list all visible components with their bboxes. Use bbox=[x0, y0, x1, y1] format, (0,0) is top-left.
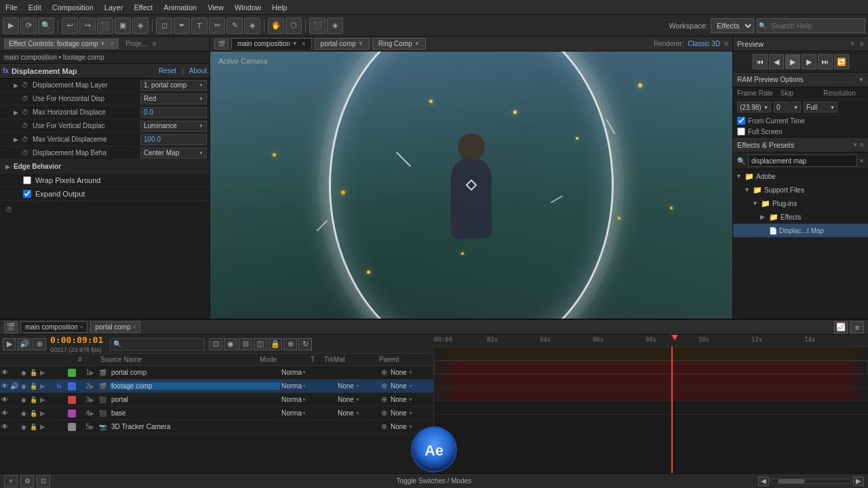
tool-search[interactable]: 🔍 bbox=[38, 18, 54, 34]
layer-5-expand[interactable]: ▶ bbox=[90, 424, 99, 430]
comp-tab-main[interactable]: main composition ▼ × bbox=[231, 38, 312, 49]
tool-3d[interactable]: ⬛ bbox=[309, 18, 326, 34]
tl-icon-onion[interactable]: ⊕ bbox=[283, 338, 297, 350]
stopwatch-1[interactable]: ⏱ bbox=[22, 81, 30, 89]
tree-item-displac-map[interactable]: 📄 Displac...t Map bbox=[733, 224, 868, 237]
tl-btn-menu[interactable]: ≡ bbox=[850, 321, 864, 333]
layer-4-solo[interactable]: ◉ bbox=[19, 410, 28, 417]
prop-value-3[interactable]: 0.0 bbox=[140, 107, 207, 118]
prop-expand-3[interactable]: ▶ bbox=[14, 109, 19, 116]
layer-4-name[interactable]: base bbox=[110, 409, 280, 417]
layer-5-collapse[interactable]: ▶ bbox=[38, 423, 47, 430]
skip-dropdown[interactable]: 0 ▼ bbox=[774, 102, 801, 113]
tl-icon-lock[interactable]: 🔒 bbox=[269, 338, 282, 350]
tl-icon-draft[interactable]: ⊟ bbox=[239, 338, 252, 350]
layer-1-lock[interactable]: 🔓 bbox=[28, 369, 38, 376]
effect-about-button[interactable]: About bbox=[189, 67, 207, 75]
renderer-menu[interactable]: ≡ bbox=[724, 40, 728, 47]
stopwatch-2[interactable]: ⏱ bbox=[22, 95, 30, 102]
layer-5-name[interactable]: 3D Tracker Camera bbox=[110, 423, 280, 430]
tl-scroll-left[interactable]: ◀ bbox=[758, 476, 769, 486]
preview-play-pause[interactable]: ▶ bbox=[785, 54, 800, 69]
tl-bottom-btn-new[interactable]: + bbox=[4, 475, 18, 487]
stopwatch-4[interactable]: ⏱ bbox=[22, 122, 30, 129]
expand-output-checkbox[interactable] bbox=[23, 190, 31, 198]
comp-tab-ring[interactable]: Ring Comp ▼ bbox=[372, 38, 426, 49]
layer-1-collapse[interactable]: ▶ bbox=[38, 369, 47, 376]
layer-2-audio[interactable]: 🔊 bbox=[9, 382, 19, 390]
tl-bottom-btn-toggle[interactable]: ⊡ bbox=[37, 475, 50, 487]
tool-clone[interactable]: ✎ bbox=[226, 18, 243, 34]
frame-rate-dropdown[interactable]: (23.98) ▼ bbox=[737, 102, 771, 113]
prop-value-2[interactable]: Red bbox=[140, 94, 207, 104]
preview-go-end[interactable]: ⏭ bbox=[818, 54, 833, 69]
stopwatch-6[interactable]: ⏱ bbox=[22, 149, 30, 157]
preview-step-forward[interactable]: ▶ bbox=[802, 54, 816, 69]
menu-window[interactable]: Window bbox=[229, 2, 267, 13]
layer-4-trkmat[interactable]: None ▼ bbox=[336, 409, 378, 417]
layer-5-visibility[interactable]: 👁 bbox=[0, 423, 9, 430]
effects-header-close[interactable]: × bbox=[853, 141, 857, 148]
prop-expand-5[interactable]: ▶ bbox=[14, 136, 19, 143]
layer-3-lock[interactable]: 🔓 bbox=[28, 396, 38, 403]
tl-icon-cache[interactable]: ◫ bbox=[254, 338, 267, 350]
layer-1-visibility[interactable]: 👁 bbox=[0, 369, 9, 376]
layer-2-expand[interactable]: ▶ bbox=[90, 383, 99, 390]
tool-pen[interactable]: ✒ bbox=[174, 18, 190, 34]
full-screen-checkbox[interactable] bbox=[737, 127, 745, 136]
tool-brush[interactable]: ✏ bbox=[209, 18, 225, 34]
effect-controls-tab-close[interactable]: × bbox=[110, 40, 114, 47]
stopwatch-3[interactable]: ⏱ bbox=[22, 108, 30, 116]
effects-search-input[interactable] bbox=[748, 155, 857, 167]
layer-3-solo[interactable]: ◉ bbox=[19, 396, 28, 403]
tl-scroll-track[interactable] bbox=[770, 479, 852, 484]
menu-layer[interactable]: Layer bbox=[99, 2, 129, 13]
tool-eraser[interactable]: ◈ bbox=[244, 18, 260, 34]
layer-5-lock[interactable]: 🔓 bbox=[28, 424, 38, 430]
preview-step-back[interactable]: ◀ bbox=[769, 54, 784, 69]
layer-2-solo[interactable]: ◉ bbox=[19, 383, 28, 390]
tool-rotation[interactable]: ⟳ bbox=[20, 18, 37, 34]
layer-1-name[interactable]: portal comp bbox=[110, 369, 280, 376]
prop-value-1[interactable]: 1. portal comp bbox=[140, 80, 207, 91]
preview-header-menu[interactable]: ≡ bbox=[860, 40, 864, 47]
layer-2-trkmat[interactable]: None ▼ bbox=[336, 382, 378, 390]
menu-effect[interactable]: Effect bbox=[128, 2, 158, 13]
layer-3-parent[interactable]: None ▼ bbox=[389, 396, 433, 403]
tl-icon-preview[interactable]: ▶ bbox=[3, 338, 16, 350]
layer-5-solo[interactable]: ◉ bbox=[19, 424, 28, 430]
layer-3-name[interactable]: portal bbox=[110, 396, 280, 403]
layer-5-parent[interactable]: None ▼ bbox=[389, 423, 433, 430]
layer-3-visibility[interactable]: 👁 bbox=[0, 396, 9, 403]
prop-value-6[interactable]: Center Map bbox=[140, 148, 207, 159]
tree-item-adobe[interactable]: ▼ 📁 Adobe bbox=[733, 169, 868, 183]
ram-options-button[interactable]: RAM Preview Options ▼ bbox=[733, 73, 868, 87]
tree-item-effects[interactable]: ▶ 📁 Effects bbox=[733, 210, 868, 224]
comp-tab-portal[interactable]: portal comp ▼ bbox=[315, 38, 370, 49]
tl-btn-graph[interactable]: 📈 bbox=[834, 321, 848, 333]
menu-view[interactable]: View bbox=[202, 2, 229, 13]
layer-2-visibility[interactable]: 👁 bbox=[0, 382, 9, 390]
layer-3-expand[interactable]: ▶ bbox=[90, 396, 99, 403]
menu-help[interactable]: Help bbox=[267, 2, 293, 13]
layer-3-collapse[interactable]: ▶ bbox=[38, 396, 47, 403]
tool-track[interactable]: ◈ bbox=[132, 18, 149, 34]
layer-3-trkmat[interactable]: None ▼ bbox=[336, 396, 378, 403]
tool-snap2[interactable]: ◈ bbox=[327, 18, 343, 34]
preview-go-start[interactable]: ⏮ bbox=[753, 54, 768, 69]
layer-2-name[interactable]: footage comp bbox=[110, 382, 280, 390]
timeline-tab-portal[interactable]: portal comp × bbox=[90, 321, 140, 333]
tool-puppet[interactable]: 🖐 bbox=[268, 18, 284, 34]
timeline-tab-main-close[interactable]: × bbox=[80, 324, 83, 330]
layer-1-mode[interactable]: Norma ▼ bbox=[280, 369, 324, 376]
tool-undo[interactable]: ↩ bbox=[62, 18, 78, 34]
tl-bottom-btn-gear[interactable]: ⚙ bbox=[20, 475, 34, 487]
prop-expand-1[interactable]: ▶ bbox=[14, 82, 19, 89]
tl-icon-audio[interactable]: 🔊 bbox=[18, 338, 31, 350]
tl-btn-comp-icon[interactable]: 🎬 bbox=[4, 321, 18, 333]
tool-track2[interactable]: ⬡ bbox=[285, 18, 302, 34]
tool-rect[interactable]: ◻ bbox=[156, 18, 172, 34]
menu-file[interactable]: File bbox=[0, 2, 23, 13]
workspace-select[interactable]: Effects bbox=[711, 18, 754, 33]
resolution-dropdown[interactable]: Full ▼ bbox=[804, 102, 837, 113]
